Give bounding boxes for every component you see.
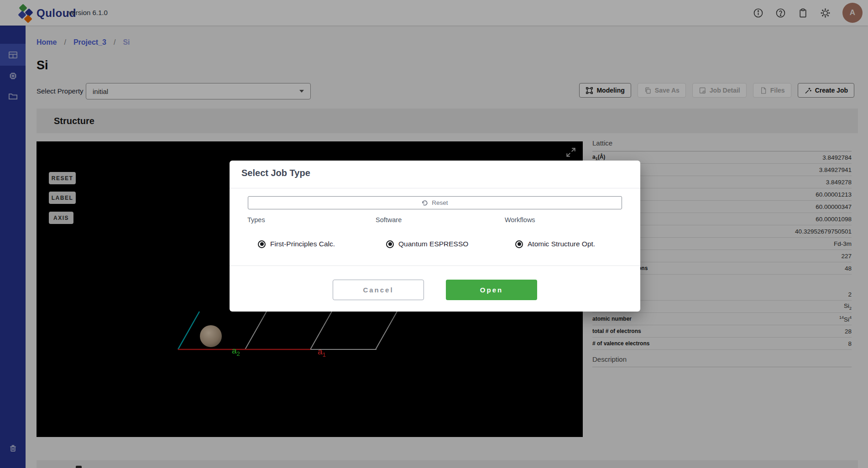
- select-job-type-modal: Select Job Type Reset Types First-Princi…: [230, 161, 640, 312]
- radio-option-atomic-structure-opt[interactable]: Atomic Structure Opt.: [515, 240, 595, 248]
- modal-divider: [230, 188, 640, 188]
- radio-selected-icon[interactable]: [258, 240, 266, 248]
- radio-option-first-principles[interactable]: First-Principles Calc.: [258, 240, 335, 248]
- column-header: Workflows: [505, 216, 595, 224]
- refresh-icon: [422, 200, 428, 206]
- modal-reset-button[interactable]: Reset: [248, 196, 622, 209]
- radio-selected-icon[interactable]: [515, 240, 523, 248]
- radio-selected-icon[interactable]: [386, 240, 394, 248]
- modal-column-software: Software Quantum ESPRESSO: [376, 216, 468, 248]
- modal-column-types: Types First-Principles Calc.: [247, 216, 335, 248]
- radio-option-label: Atomic Structure Opt.: [528, 240, 595, 248]
- radio-option-label: Quantum ESPRESSO: [398, 240, 468, 248]
- modal-reset-label: Reset: [432, 199, 448, 206]
- column-header: Types: [247, 216, 335, 224]
- radio-option-quantum-espresso[interactable]: Quantum ESPRESSO: [386, 240, 468, 248]
- modal-divider: [230, 265, 640, 266]
- open-button[interactable]: Open: [446, 280, 537, 300]
- modal-column-workflows: Workflows Atomic Structure Opt.: [505, 216, 595, 248]
- modal-title: Select Job Type: [241, 168, 310, 178]
- radio-option-label: First-Principles Calc.: [270, 240, 335, 248]
- app-screen: Quloud version 6.1.0: [0, 0, 868, 468]
- cancel-button[interactable]: Cancel: [333, 280, 424, 300]
- column-header: Software: [376, 216, 468, 224]
